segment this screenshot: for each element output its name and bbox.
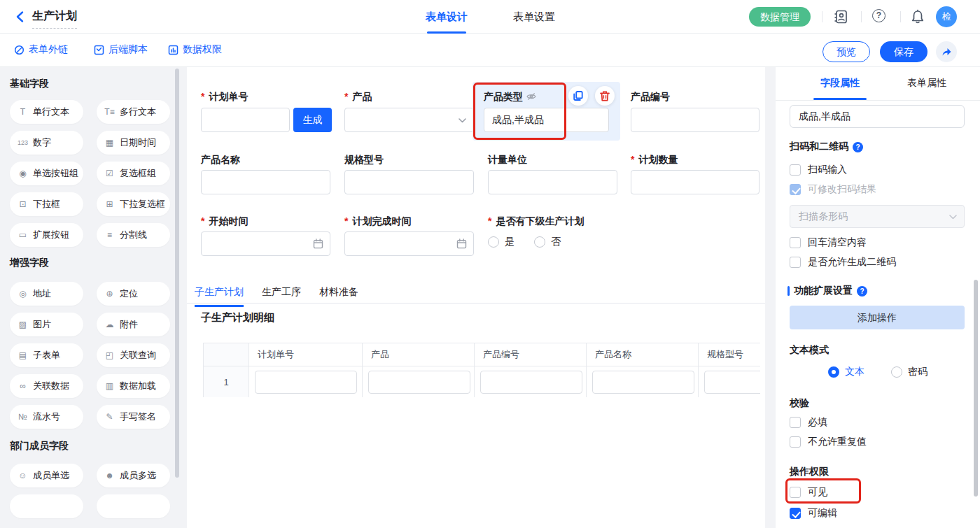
field-item-divider-line[interactable]: ≡分割线 xyxy=(97,223,170,247)
cell-product-input[interactable] xyxy=(368,371,470,394)
contacts-icon[interactable] xyxy=(833,9,848,24)
radio-selected xyxy=(828,366,839,378)
field-item-label: 日期时间 xyxy=(120,136,156,149)
field-item-label: 成员多选 xyxy=(120,469,156,482)
field-item-signature[interactable]: ✎手写签名 xyxy=(97,405,170,429)
checkbox-visible[interactable]: 可见 xyxy=(790,486,827,499)
generate-button[interactable]: 生成 xyxy=(293,108,332,132)
cell-plan-no-input[interactable] xyxy=(255,371,357,394)
field-item-location[interactable]: ⊕定位 xyxy=(97,282,170,306)
number-icon: 123 xyxy=(18,139,28,146)
field-item-subform[interactable]: ▤子表单 xyxy=(10,343,83,367)
form-external-link-label: 表单外链 xyxy=(29,43,68,56)
product-code-input[interactable] xyxy=(631,108,760,132)
checkbox-scan-input[interactable]: 扫码输入 xyxy=(790,164,847,176)
field-item-linked-query[interactable]: ◰关联查询 xyxy=(97,343,170,367)
product-name-input[interactable] xyxy=(201,170,330,194)
radio-yes-label: 是 xyxy=(505,236,514,248)
data-manage-button[interactable]: 数据管理 xyxy=(749,7,811,27)
field-item-image[interactable]: ▨图片 xyxy=(10,313,83,336)
multi-line-text-icon: T≡ xyxy=(104,107,115,117)
help-icon[interactable]: ? xyxy=(857,286,867,297)
radio-no[interactable]: 否 xyxy=(534,236,561,248)
tab-form-properties[interactable]: 表单属性 xyxy=(899,77,955,90)
radio-text-mode-text[interactable]: 文本 xyxy=(828,366,864,378)
field-item-attachment[interactable]: ☁附件 xyxy=(97,313,170,336)
field-item-member-multi[interactable]: ☻成员多选 xyxy=(97,464,170,487)
field-item-partial[interactable] xyxy=(10,494,83,518)
calendar-icon xyxy=(313,238,323,249)
page-title[interactable]: 生产计划 xyxy=(32,9,77,29)
field-item-single-line-text[interactable]: T单行文本 xyxy=(10,100,83,124)
form-external-link[interactable]: 表单外链 xyxy=(14,43,68,56)
field-item-member-single[interactable]: ☺成员单选 xyxy=(10,464,83,487)
tab-form-settings[interactable]: 表单设置 xyxy=(504,0,564,34)
product-select[interactable] xyxy=(344,108,474,132)
save-button[interactable]: 保存 xyxy=(880,41,927,62)
help-icon[interactable]: ? xyxy=(853,142,863,152)
field-item-partial[interactable] xyxy=(97,494,170,518)
field-item-datetime[interactable]: ▦日期时间 xyxy=(97,131,170,155)
tab-field-properties[interactable]: 字段属性 xyxy=(812,77,868,90)
field-item-radio-group[interactable]: ◉单选按钮组 xyxy=(10,162,83,185)
scan-type-select[interactable]: 扫描条形码 xyxy=(790,205,965,228)
checkbox-modify-scan-result[interactable]: 可修改扫码结果 xyxy=(790,183,876,196)
field-item-label: 数字 xyxy=(33,136,51,149)
field-item-extend-button[interactable]: ▭扩展按钮 xyxy=(10,223,83,247)
field-item-multi-dropdown[interactable]: ⊞下拉复选框 xyxy=(97,192,170,216)
back-icon[interactable] xyxy=(14,10,27,23)
help-icon[interactable]: ? xyxy=(872,9,886,22)
field-item-checkbox-group[interactable]: ☑复选框组 xyxy=(97,162,170,185)
chevron-down-icon xyxy=(458,118,466,123)
field-item-data-load[interactable]: ▥数据加载 xyxy=(97,374,170,398)
plan-no-input[interactable] xyxy=(201,108,290,132)
tab-form-design[interactable]: 表单设计 xyxy=(416,0,477,34)
share-button[interactable] xyxy=(936,41,957,62)
field-item-number[interactable]: 123数字 xyxy=(10,131,83,155)
checkbox-required[interactable]: 必填 xyxy=(790,416,827,429)
panel-scrollbar[interactable] xyxy=(974,280,978,497)
bell-icon[interactable] xyxy=(910,9,925,24)
cell-product-name-input[interactable] xyxy=(592,371,694,394)
cell-spec-model-input[interactable] xyxy=(704,371,760,394)
field-label-plan-qty: 计划数量 xyxy=(631,154,678,165)
checkbox-clear-on-enter[interactable]: 回车清空内容 xyxy=(790,236,867,249)
scan-type-select-value: 扫描条形码 xyxy=(799,211,848,222)
copy-field-button[interactable] xyxy=(568,86,588,106)
scan-section-title: 扫码和二维码 ? xyxy=(790,141,863,153)
data-permission-link[interactable]: 数据权限 xyxy=(168,43,222,56)
field-value-input[interactable]: 成品,半成品 xyxy=(790,105,965,128)
backend-script-link[interactable]: 后端脚本 xyxy=(94,43,148,56)
finish-time-input[interactable] xyxy=(344,231,474,256)
field-item-serial-number[interactable]: №流水号 xyxy=(10,405,83,429)
field-item-linked-data[interactable]: ∞关联数据 xyxy=(10,374,83,398)
spec-model-input[interactable] xyxy=(344,170,474,194)
preview-button[interactable]: 预览 xyxy=(822,41,870,62)
checkbox-no-duplicate[interactable]: 不允许重复值 xyxy=(790,436,867,448)
field-item-label: 下拉框 xyxy=(33,198,60,211)
radio-text-mode-password[interactable]: 密码 xyxy=(891,366,927,378)
field-item-address[interactable]: ◎地址 xyxy=(10,282,83,306)
section-enhanced-fields: 增强字段 xyxy=(10,257,49,269)
product-type-label-text: 产品类型 xyxy=(484,91,523,102)
plan-qty-input[interactable] xyxy=(631,170,760,194)
address-pin-icon: ◎ xyxy=(18,289,28,299)
avatar[interactable]: 检 xyxy=(936,6,957,27)
delete-field-button[interactable] xyxy=(595,86,615,106)
field-item-dropdown[interactable]: ⊡下拉框 xyxy=(10,192,83,216)
field-library-sidebar: 基础字段 T单行文本 T≡多行文本 123数字 ▦日期时间 ◉单选按钮组 ☑复选… xyxy=(0,67,182,528)
sidebar-scrollbar[interactable] xyxy=(175,69,179,478)
cell-product-code-input[interactable] xyxy=(480,371,582,394)
checkbox-editable[interactable]: 可编辑 xyxy=(790,507,837,520)
field-item-multi-line-text[interactable]: T≡多行文本 xyxy=(97,100,170,124)
product-type-input[interactable]: 成品,半成品 xyxy=(484,108,609,132)
tab-sub-production-plan[interactable]: 子生产计划 xyxy=(195,286,244,307)
radio-yes[interactable]: 是 xyxy=(488,236,514,248)
add-operation-button[interactable]: 添加操作 xyxy=(790,306,965,329)
tab-production-process[interactable]: 生产工序 xyxy=(262,286,301,305)
checkbox-allow-qrcode[interactable]: 是否允许生成二维码 xyxy=(790,256,896,269)
tab-material-prep[interactable]: 材料准备 xyxy=(319,286,358,305)
tab-label: 表单属性 xyxy=(907,77,946,88)
start-time-input[interactable] xyxy=(201,231,330,256)
unit-input[interactable] xyxy=(488,170,617,194)
